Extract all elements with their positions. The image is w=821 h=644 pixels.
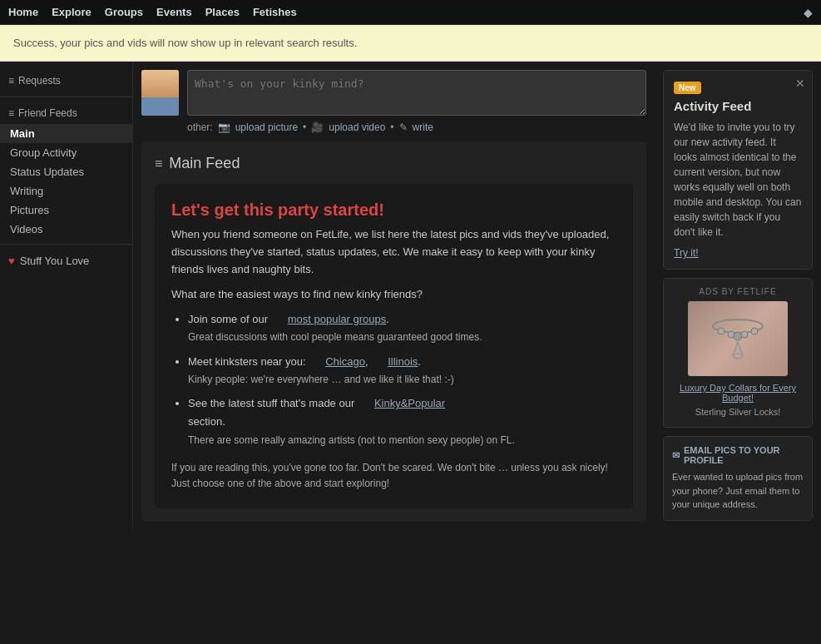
write-link[interactable]: write xyxy=(413,121,433,133)
heart-icon: ♥ xyxy=(8,255,15,267)
sidebar-divider-2 xyxy=(0,244,132,245)
necklace-svg xyxy=(705,310,771,368)
svg-point-5 xyxy=(751,328,758,334)
activity-widget-title: Activity Feed xyxy=(674,99,802,113)
city-link[interactable]: Chicago xyxy=(309,355,365,368)
list-item-kp-suffix: section. xyxy=(188,415,225,428)
ads-widget: ADS BY FETLIFE Luxury Day Collars for Ev… xyxy=(663,278,813,428)
sidebar-item-main[interactable]: Main xyxy=(0,124,132,143)
nav-home[interactable]: Home xyxy=(8,6,38,18)
ad-link[interactable]: Luxury Day Collars for Every Budget! xyxy=(672,383,804,403)
email-widget: ✉ EMAIL PICS TO YOUR PROFILE Ever wanted… xyxy=(663,436,813,521)
feed-title: ≡ Main Feed xyxy=(155,155,633,172)
party-card: Let's get this party started! When you f… xyxy=(155,184,633,508)
nav-events[interactable]: Events xyxy=(156,6,192,18)
main-layout: ≡ Requests ≡ Friend Feeds Main Group Act… xyxy=(0,62,821,530)
party-list: Join some of our most popular groups. Gr… xyxy=(171,310,616,448)
list-item-kinky-popular: See the latest stuff that's made our Kin… xyxy=(188,394,616,448)
list-item-groups-suffix: . xyxy=(386,313,389,325)
email-header: ✉ EMAIL PICS TO YOUR PROFILE xyxy=(672,445,804,465)
list-item-groups: Join some of our most popular groups. Gr… xyxy=(188,310,616,345)
upload-picture-link[interactable]: upload picture xyxy=(235,121,298,133)
list-item-kinksters-prefix: Meet kinksters near you: xyxy=(188,355,309,368)
party-heading: Let's get this party started! xyxy=(171,201,616,220)
ads-label: ADS BY FETLIFE xyxy=(672,287,804,296)
sidebar-item-status-updates[interactable]: Status Updates xyxy=(0,162,132,181)
feed-title-icon: ≡ xyxy=(155,156,162,171)
post-textarea[interactable] xyxy=(187,70,646,116)
post-box: other: 📷 upload picture • 🎥 upload video… xyxy=(141,70,646,133)
activity-widget-text: We'd like to invite you to try our new a… xyxy=(674,120,802,240)
separator-2: • xyxy=(390,121,393,133)
kinky-popular-link[interactable]: Kinky&Popular xyxy=(358,397,445,409)
email-header-text: EMAIL PICS TO YOUR PROFILE xyxy=(684,445,804,465)
list-item-kinksters: Meet kinksters near you: Chicago, Illino… xyxy=(188,353,616,388)
activity-widget: ✕ New Activity Feed We'd like to invite … xyxy=(663,70,813,270)
list-item-groups-sub: Great discussions with cool people means… xyxy=(188,329,616,345)
main-content: other: 📷 upload picture • 🎥 upload video… xyxy=(133,62,655,530)
avatar xyxy=(141,70,179,116)
sidebar-item-pictures[interactable]: Pictures xyxy=(0,201,132,220)
list-item-groups-prefix: Join some of our xyxy=(188,313,271,325)
sidebar-friend-feeds-header[interactable]: ≡ Friend Feeds xyxy=(0,102,132,124)
email-icon: ✉ xyxy=(672,450,680,461)
friend-feeds-icon: ≡ xyxy=(8,107,14,119)
right-panel: ✕ New Activity Feed We'd like to invite … xyxy=(655,62,821,530)
most-popular-groups-link[interactable]: most popular groups xyxy=(271,313,387,325)
video-icon: 🎥 xyxy=(311,121,324,133)
requests-label: Requests xyxy=(18,75,61,87)
success-text: Success, your pics and vids will now sho… xyxy=(13,37,357,49)
stuff-you-love-label: Stuff You Love xyxy=(20,255,90,267)
try-it-link[interactable]: Try it! xyxy=(674,247,699,259)
site-logo: ◆ xyxy=(804,6,813,19)
svg-point-1 xyxy=(718,328,725,334)
sidebar-stuff-you-love[interactable]: ♥ Stuff You Love xyxy=(0,250,132,272)
sidebar-item-group-activity[interactable]: Group Activity xyxy=(0,143,132,162)
sidebar-item-videos[interactable]: Videos xyxy=(0,220,132,239)
party-footer: If you are reading this, you've gone too… xyxy=(171,460,616,492)
list-item-kp-sub: There are some really amazing artists (n… xyxy=(188,432,616,448)
new-badge: New xyxy=(674,82,701,94)
requests-icon: ≡ xyxy=(8,75,14,87)
nav-places[interactable]: Places xyxy=(205,6,240,18)
post-options: other: 📷 upload picture • 🎥 upload video… xyxy=(187,121,646,133)
close-icon[interactable]: ✕ xyxy=(795,77,805,89)
avatar-image xyxy=(141,70,179,116)
email-body-text: Ever wanted to upload pics from your pho… xyxy=(672,470,804,512)
list-item-kinksters-suffix: . xyxy=(418,355,421,368)
sidebar-requests[interactable]: ≡ Requests xyxy=(0,70,132,92)
main-feed: ≡ Main Feed Let's get this party started… xyxy=(141,141,646,522)
nav-explore[interactable]: Explore xyxy=(52,6,91,18)
write-icon: ✎ xyxy=(399,121,408,133)
svg-point-3 xyxy=(734,332,742,340)
picture-icon: 📷 xyxy=(218,121,230,133)
feed-title-text: Main Feed xyxy=(169,155,240,172)
sidebar: ≡ Requests ≡ Friend Feeds Main Group Act… xyxy=(0,62,133,530)
nav-groups[interactable]: Groups xyxy=(105,6,143,18)
list-item-kp-prefix: See the latest stuff that's made our xyxy=(188,397,358,409)
upload-video-link[interactable]: upload video xyxy=(329,121,385,133)
list-item-kinksters-sub: Kinky people: we're everywhere … and we … xyxy=(188,371,616,388)
top-navigation: Home Explore Groups Events Places Fetish… xyxy=(0,0,821,25)
state-link[interactable]: Illinois xyxy=(371,355,418,368)
ad-sub-text: Sterling Silver Locks! xyxy=(672,406,804,419)
nav-fetishes[interactable]: Fetishes xyxy=(253,6,297,18)
party-question: What are the easiest ways to find new ki… xyxy=(171,288,616,300)
success-banner: Success, your pics and vids will now sho… xyxy=(0,25,821,62)
post-input-area: other: 📷 upload picture • 🎥 upload video… xyxy=(187,70,646,133)
separator-1: • xyxy=(303,121,306,133)
sidebar-divider xyxy=(0,97,132,97)
party-desc: When you friend someone on FetLife, we l… xyxy=(171,226,616,278)
sidebar-item-writing[interactable]: Writing xyxy=(0,181,132,201)
svg-point-4 xyxy=(741,331,748,338)
friend-feeds-label: Friend Feeds xyxy=(18,107,77,119)
other-label: other: xyxy=(187,121,213,133)
ad-image xyxy=(688,301,788,376)
